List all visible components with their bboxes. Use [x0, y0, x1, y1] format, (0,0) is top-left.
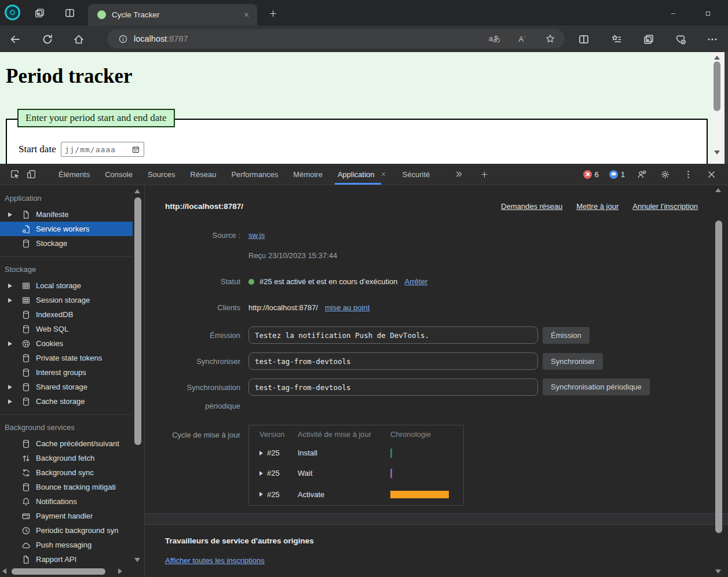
expander-icon[interactable] — [259, 451, 263, 455]
address-bar[interactable]: localhost :8787 aあ Aʾ — [107, 29, 565, 49]
sync-button[interactable]: Synchroniser — [543, 353, 603, 370]
sidebar-item-cache-storage[interactable]: Cache storage — [0, 394, 133, 409]
gear-icon[interactable] — [659, 168, 671, 181]
favorites-icon[interactable] — [610, 32, 624, 46]
tab-application[interactable]: Application — [330, 164, 395, 185]
web-page: Period tracker Enter your period start a… — [0, 52, 725, 164]
new-tab-button[interactable] — [266, 7, 279, 20]
tab-application-close-icon[interactable] — [379, 170, 387, 178]
scroll-thumb[interactable] — [715, 220, 722, 533]
site-info-icon[interactable] — [116, 32, 129, 45]
periodic-sync-input[interactable] — [248, 378, 538, 396]
expander-icon[interactable] — [259, 471, 263, 476]
sidebar-item-background-sync[interactable]: Background sync — [0, 465, 133, 480]
kebab-menu-icon[interactable] — [682, 168, 694, 181]
scroll-down-arrow[interactable] — [714, 150, 720, 155]
scroll-up-arrow[interactable] — [714, 56, 720, 60]
calendar-icon[interactable] — [131, 145, 140, 154]
table-row-activate[interactable]: #25 Activate — [249, 483, 463, 505]
sync-input[interactable] — [248, 352, 538, 370]
tab-memory[interactable]: Mémoire — [286, 164, 330, 185]
tab-console[interactable]: Console — [97, 164, 140, 185]
sidebar-item-cookies[interactable]: Cookies — [0, 336, 133, 351]
workspaces-icon[interactable] — [32, 6, 46, 20]
collections-icon[interactable] — [642, 32, 656, 46]
refresh-icon[interactable] — [41, 32, 54, 46]
devtools-close-icon[interactable] — [705, 168, 718, 181]
tab-network[interactable]: Réseau — [183, 164, 224, 185]
browser-logo-icon[interactable] — [5, 5, 20, 20]
scroll-thumb[interactable] — [714, 61, 720, 111]
sidebar-item-push-messaging[interactable]: Push messaging — [0, 538, 133, 552]
issue-badge[interactable]: 1 — [609, 170, 625, 179]
start-date-input[interactable]: jj/mm/aaaa — [61, 142, 144, 157]
scroll-right-arrow[interactable] — [118, 568, 122, 574]
see-all-registrations-link[interactable]: Afficher toutes les inscriptions — [165, 556, 265, 565]
scroll-thumb[interactable] — [134, 197, 141, 445]
table-row-wait[interactable]: #25 Wait — [249, 463, 463, 483]
table-row-install[interactable]: #25 Install — [249, 443, 463, 463]
tab-close-icon[interactable] — [241, 10, 251, 20]
profile-feedback-icon[interactable] — [635, 168, 648, 181]
stop-link[interactable]: Arrêter — [404, 277, 427, 286]
browser-tab[interactable]: Cycle Tracker — [88, 4, 257, 25]
tab-security[interactable]: Sécurité — [395, 164, 438, 185]
sidebar-item-session-storage[interactable]: Session storage — [0, 293, 133, 307]
scroll-up-arrow[interactable] — [134, 189, 140, 193]
inspect-element-icon[interactable] — [7, 167, 23, 182]
push-label: Émission — [165, 331, 240, 340]
unregister-link[interactable]: Annuler l’inscription — [632, 202, 698, 211]
tab-elements[interactable]: Éléments — [51, 164, 97, 185]
sidebar-item-local-storage[interactable]: Local storage — [0, 278, 133, 293]
scroll-down-arrow[interactable] — [715, 569, 721, 574]
scroll-thumb[interactable] — [12, 568, 105, 575]
sidebar-item-shared-storage[interactable]: Shared storage — [0, 380, 133, 394]
sidebar-item-indexeddb[interactable]: IndexedDB — [0, 307, 133, 322]
sidebar-item-periodic-background-sync[interactable]: Periodic background syn — [0, 523, 133, 538]
periodic-sync-button[interactable]: Synchronisation périodique — [543, 378, 650, 395]
source-file-link[interactable]: sw.js — [248, 231, 265, 240]
push-button[interactable]: Émission — [543, 327, 590, 344]
expander-icon[interactable] — [259, 492, 263, 497]
more-tabs-icon[interactable] — [452, 168, 465, 181]
error-badge[interactable]: 6 — [583, 170, 599, 179]
sidebar-vertical-scrollbar[interactable] — [133, 188, 142, 562]
sidebar-item-notifications[interactable]: Notifications — [0, 494, 133, 509]
device-toolbar-icon[interactable] — [23, 167, 39, 182]
sidebar-item-payment-handler[interactable]: Payment handler — [0, 509, 133, 523]
split-screen-icon[interactable] — [577, 32, 591, 46]
tab-sources[interactable]: Sources — [140, 164, 183, 185]
sidebar-item-background-fetch[interactable]: Background fetch — [0, 451, 133, 465]
back-icon[interactable] — [8, 32, 22, 46]
minimize-button[interactable] — [667, 7, 679, 20]
page-scrollbar[interactable] — [711, 52, 723, 164]
translate-icon[interactable]: aあ — [487, 31, 502, 46]
scroll-left-arrow[interactable] — [2, 568, 6, 574]
sidebar-item-interest-groups[interactable]: Interest groups — [0, 365, 133, 380]
sidebar-item-stockage[interactable]: Stockage — [0, 236, 133, 251]
tab-performance[interactable]: Performances — [224, 164, 286, 185]
favorite-star-icon[interactable] — [543, 31, 558, 46]
settings-menu-icon[interactable] — [705, 32, 719, 46]
read-aloud-icon[interactable]: Aʾ — [515, 31, 530, 46]
vertical-tabs-icon[interactable] — [63, 6, 76, 20]
push-input[interactable] — [248, 326, 538, 344]
browser-essentials-icon[interactable] — [674, 32, 687, 46]
home-icon[interactable] — [72, 32, 86, 46]
sidebar-item-back-forward-cache[interactable]: Cache précédent/suivant — [0, 436, 133, 451]
update-link[interactable]: Mettre à jour — [576, 202, 619, 211]
sidebar-item-bounce-tracking[interactable]: Bounce tracking mitigati — [0, 480, 133, 494]
sidebar-item-web-sql[interactable]: Web SQL — [0, 322, 133, 336]
scroll-down-arrow[interactable] — [134, 558, 140, 562]
focus-link[interactable]: mise au point — [325, 303, 370, 312]
sidebar-item-manifeste[interactable]: Manifeste — [0, 207, 133, 222]
devtools-vertical-scrollbar[interactable] — [714, 186, 723, 577]
network-requests-link[interactable]: Demandes réseau — [501, 202, 562, 211]
add-panel-icon[interactable] — [478, 168, 491, 181]
maximize-button[interactable] — [701, 7, 714, 20]
sidebar-item-service-workers[interactable]: Service workers — [0, 222, 133, 236]
scroll-up-arrow[interactable] — [715, 188, 721, 192]
sidebar-horizontal-scrollbar[interactable] — [0, 567, 133, 576]
sidebar-item-reporting-api[interactable]: Rapport API — [0, 552, 133, 567]
sidebar-item-private-state-tokens[interactable]: Private state tokens — [0, 351, 133, 365]
